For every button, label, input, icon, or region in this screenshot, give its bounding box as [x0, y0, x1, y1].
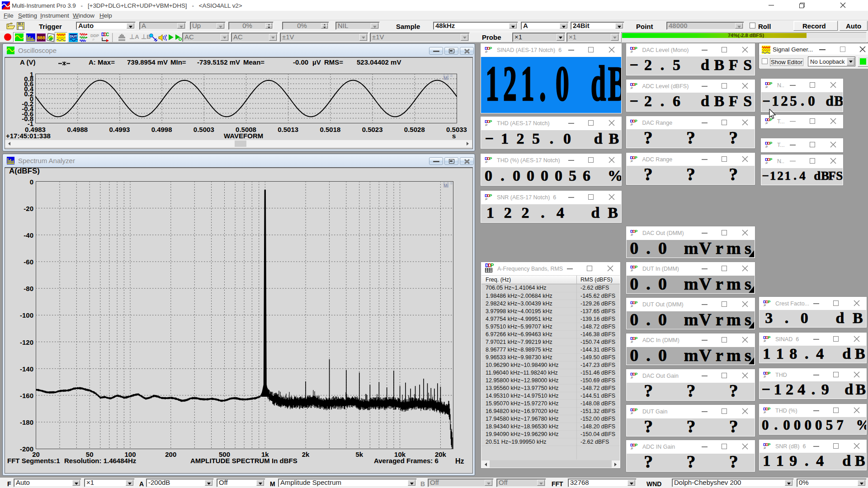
- svg-text:888: 888: [37, 35, 45, 41]
- svg-text:Mi: Mi: [443, 76, 448, 80]
- svg-text:DUT: DUT: [70, 34, 77, 38]
- svg-text:Mi: Mi: [443, 183, 448, 188]
